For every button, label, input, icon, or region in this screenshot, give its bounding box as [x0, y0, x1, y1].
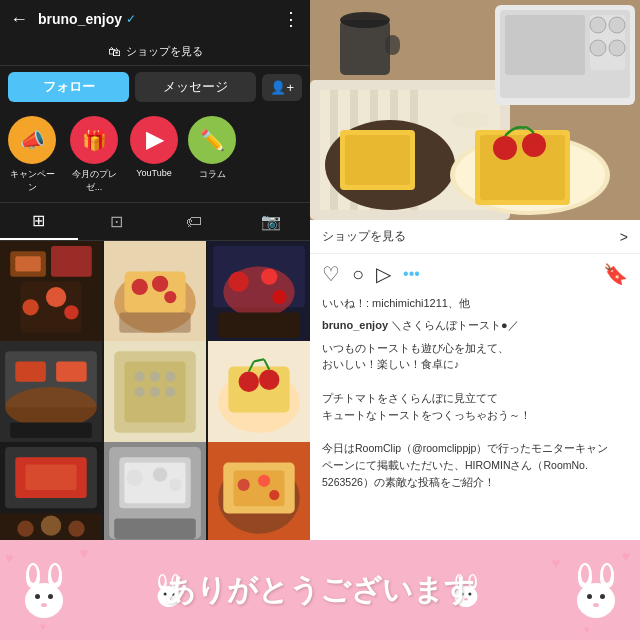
- bunny-nose-left: [41, 603, 47, 607]
- svg-point-52: [68, 520, 84, 536]
- heart-deco-1: ♥: [5, 550, 13, 566]
- svg-point-35: [150, 387, 160, 397]
- bunny-left: [25, 563, 63, 618]
- svg-point-6: [46, 287, 66, 307]
- highlight-column[interactable]: ✏️ コラム: [188, 116, 236, 194]
- username-text: bruno_enjoy: [38, 11, 122, 27]
- svg-point-20: [272, 290, 286, 304]
- desc-line-4: プチトマトをさくらんぼに見立てて: [322, 392, 498, 404]
- verified-icon: ✓: [126, 12, 136, 26]
- thank-you-text: ありがとうございます: [165, 570, 475, 611]
- desc-line-5: キュートなトーストをつくっちゃおう～！: [322, 409, 531, 421]
- svg-point-96: [522, 133, 546, 157]
- grid-photo-4[interactable]: [0, 341, 102, 443]
- highlight-youtube[interactable]: ▶ YouTube: [130, 116, 178, 194]
- svg-point-57: [126, 469, 142, 485]
- bunny-eyes-left: [35, 594, 53, 599]
- svg-point-81: [590, 17, 606, 33]
- shop-bar-label: ショップを見る: [126, 44, 203, 59]
- comment-icon[interactable]: ○: [352, 263, 364, 286]
- post-actions: ♡ ○ ▷ ••• 🔖: [310, 254, 640, 294]
- svg-point-11: [132, 279, 148, 295]
- share-icon[interactable]: ▷: [376, 262, 391, 286]
- more-options-button[interactable]: ⋮: [282, 8, 300, 30]
- highlight-label-campaign: キャンペーン: [6, 168, 58, 194]
- highlight-circle-youtube[interactable]: ▶: [130, 116, 178, 164]
- like-icon[interactable]: ♡: [322, 262, 340, 286]
- eye-left-l: [35, 594, 40, 599]
- bunny-face-right: [577, 583, 615, 618]
- grid-photo-3[interactable]: [208, 241, 310, 343]
- add-person-button[interactable]: 👤+: [262, 74, 302, 101]
- svg-point-66: [258, 474, 270, 486]
- grid-photo-2[interactable]: [104, 241, 206, 343]
- eye-right-l: [587, 594, 592, 599]
- shop-chevron-icon: >: [620, 229, 628, 245]
- grid-photo-1[interactable]: [0, 241, 102, 343]
- right-panel: ショップを見る > ♡ ○ ▷ ••• 🔖 いいね！: michimichi12…: [310, 0, 640, 540]
- grid-photo-9[interactable]: [208, 442, 310, 540]
- svg-rect-60: [114, 518, 196, 538]
- svg-point-86: [340, 12, 390, 28]
- message-button[interactable]: メッセージ: [135, 72, 256, 102]
- tab-grid[interactable]: ⊞: [0, 203, 78, 240]
- gift-icon: 🎁: [82, 128, 107, 152]
- tab-tagged[interactable]: 🏷: [155, 203, 233, 240]
- highlight-circle-column[interactable]: ✏️: [188, 116, 236, 164]
- svg-rect-14: [119, 312, 190, 332]
- grid-photo-7[interactable]: [0, 442, 102, 540]
- eye-right-r: [600, 594, 605, 599]
- highlight-present[interactable]: 🎁 今月のプレゼ...: [68, 116, 120, 194]
- svg-point-41: [259, 370, 279, 390]
- post-description: いつものトーストも遊び心を加えて、 おいしい！楽しい！食卓に♪ プチトマトをさく…: [310, 336, 640, 495]
- svg-point-7: [64, 305, 78, 319]
- bunny-face-left: [25, 583, 63, 618]
- profile-header: ← bruno_enjoy ✓ ⋮: [0, 0, 310, 38]
- shop-banner[interactable]: ショップを見る >: [310, 220, 640, 254]
- action-buttons-row: フォロー メッセージ 👤+: [0, 66, 310, 108]
- svg-point-83: [590, 40, 606, 56]
- heart-deco-5: ♥: [40, 621, 46, 632]
- svg-point-19: [261, 269, 277, 285]
- svg-rect-21: [218, 312, 300, 338]
- edit-icon: ✏️: [200, 128, 225, 152]
- grid-photo-6[interactable]: [208, 341, 310, 443]
- svg-point-33: [165, 372, 175, 382]
- shop-bag-icon: 🛍: [108, 44, 121, 59]
- post-caption-main: ＼さくらんぼトースト●／: [391, 319, 519, 331]
- tab-reels[interactable]: ⊡: [78, 203, 156, 240]
- svg-rect-39: [228, 367, 289, 413]
- svg-rect-24: [15, 362, 46, 382]
- svg-point-18: [228, 272, 248, 292]
- post-image: [310, 0, 640, 220]
- svg-rect-2: [15, 256, 41, 271]
- highlight-campaign[interactable]: 📣 キャンペーン: [6, 116, 58, 194]
- tab-camera[interactable]: 📷: [233, 203, 311, 240]
- bottom-section: ♥ ♥ ♥ ♥ ♥ ♥ ありがとうございます: [0, 540, 640, 640]
- eye-left-r: [48, 594, 53, 599]
- back-button[interactable]: ←: [10, 9, 28, 30]
- dots-indicator: •••: [403, 265, 420, 283]
- svg-point-82: [609, 17, 625, 33]
- grid-photo-5[interactable]: [104, 341, 206, 443]
- highlight-circle-present[interactable]: 🎁: [70, 116, 118, 164]
- svg-point-65: [238, 478, 250, 490]
- heart-deco-3: ♥: [552, 555, 560, 571]
- bookmark-icon[interactable]: 🔖: [603, 262, 628, 286]
- svg-rect-79: [505, 15, 585, 75]
- svg-rect-3: [51, 246, 92, 277]
- post-username: bruno_enjoy: [322, 319, 388, 331]
- svg-point-40: [239, 372, 259, 392]
- svg-point-58: [153, 467, 167, 481]
- svg-point-50: [17, 520, 33, 536]
- svg-point-36: [165, 387, 175, 397]
- svg-point-5: [22, 299, 38, 315]
- svg-point-32: [150, 372, 160, 382]
- follow-button[interactable]: フォロー: [8, 72, 129, 102]
- grid-photo-8[interactable]: [104, 442, 206, 540]
- shop-bar[interactable]: 🛍 ショップを見る: [0, 38, 310, 66]
- highlight-label-youtube: YouTube: [136, 168, 171, 178]
- highlight-circle-campaign[interactable]: 📣: [8, 116, 56, 164]
- svg-point-59: [169, 478, 181, 490]
- desc-line-2: おいしい！楽しい！食卓に♪: [322, 358, 459, 370]
